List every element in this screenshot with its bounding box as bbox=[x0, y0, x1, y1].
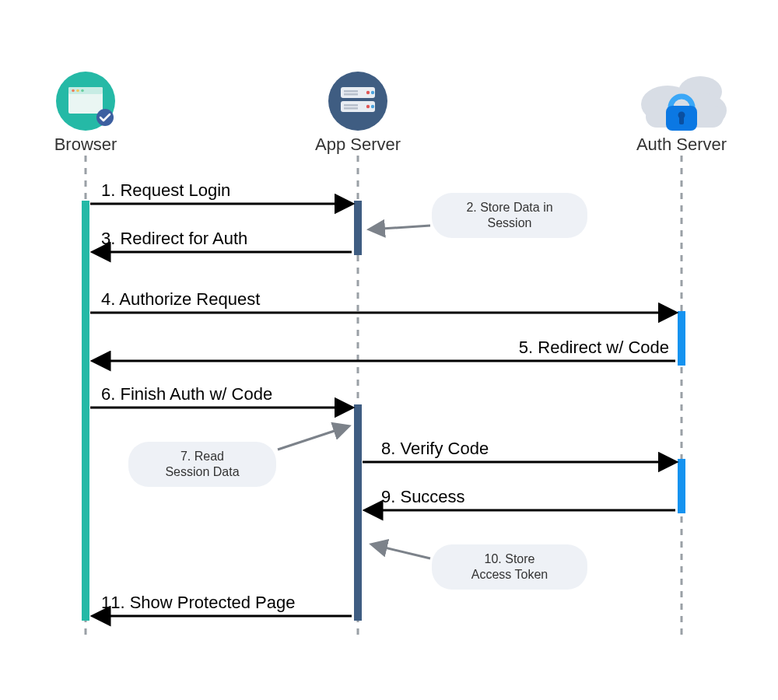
svg-text:3. Redirect for Auth: 3. Redirect for Auth bbox=[101, 229, 247, 248]
svg-rect-24 bbox=[679, 117, 684, 124]
svg-rect-8 bbox=[341, 87, 375, 98]
activation-app-2 bbox=[354, 404, 362, 621]
svg-text:9. Success: 9. Success bbox=[381, 487, 465, 506]
actor-browser-label: Browser bbox=[54, 135, 117, 154]
svg-text:11. Show Protected Page: 11. Show Protected Page bbox=[101, 593, 296, 612]
svg-point-5 bbox=[81, 89, 84, 93]
actor-app-label: App Server bbox=[315, 135, 401, 154]
svg-rect-16 bbox=[344, 104, 358, 107]
svg-point-6 bbox=[96, 109, 114, 126]
svg-point-3 bbox=[72, 89, 75, 93]
svg-point-12 bbox=[366, 105, 370, 108]
svg-text:6. Finish Auth w/ Code: 6. Finish Auth w/ Code bbox=[101, 384, 272, 404]
msg-1-request-login: 1. Request Login bbox=[90, 180, 352, 204]
svg-text:8. Verify Code: 8. Verify Code bbox=[381, 439, 489, 458]
msg-4-authorize: 4. Authorize Request bbox=[90, 289, 675, 313]
actor-auth-server: Auth Server bbox=[636, 76, 727, 154]
svg-point-11 bbox=[371, 91, 374, 94]
svg-point-10 bbox=[366, 91, 370, 94]
activation-auth-2 bbox=[678, 459, 685, 513]
msg-8-verify-code: 8. Verify Code bbox=[363, 439, 675, 462]
svg-text:Session Data: Session Data bbox=[165, 465, 239, 478]
svg-text:2. Store Data in: 2. Store Data in bbox=[466, 201, 552, 214]
svg-rect-14 bbox=[344, 90, 358, 93]
note-2-store-session: 2. Store Data in Session bbox=[370, 193, 587, 238]
svg-text:7. Read: 7. Read bbox=[180, 450, 224, 463]
svg-text:Access Token: Access Token bbox=[471, 568, 548, 581]
msg-5-redirect-code: 5. Redirect w/ Code bbox=[93, 338, 675, 361]
activation-app-1 bbox=[354, 201, 362, 255]
svg-rect-27 bbox=[432, 193, 587, 238]
svg-rect-9 bbox=[341, 101, 375, 112]
msg-11-show-page: 11. Show Protected Page bbox=[93, 593, 352, 616]
svg-rect-47 bbox=[432, 544, 587, 590]
svg-text:10. Store: 10. Store bbox=[485, 552, 535, 565]
actor-app-server: App Server bbox=[315, 72, 401, 154]
activation-browser bbox=[82, 201, 89, 621]
svg-text:1. Request Login: 1. Request Login bbox=[101, 180, 230, 200]
svg-point-4 bbox=[76, 89, 79, 93]
actor-browser: Browser bbox=[54, 72, 117, 154]
svg-rect-39 bbox=[128, 442, 276, 487]
note-10-store-token: 10. Store Access Token bbox=[372, 544, 587, 590]
svg-rect-15 bbox=[344, 93, 358, 96]
note-7-read-session: 7. Read Session Data bbox=[128, 426, 349, 487]
actor-auth-label: Auth Server bbox=[636, 135, 727, 154]
activation-auth-1 bbox=[678, 311, 685, 366]
svg-rect-17 bbox=[344, 107, 358, 110]
msg-9-success: 9. Success bbox=[366, 487, 675, 510]
svg-line-30 bbox=[370, 226, 430, 229]
svg-text:5. Redirect w/ Code: 5. Redirect w/ Code bbox=[519, 338, 669, 357]
msg-3-redirect-auth: 3. Redirect for Auth bbox=[93, 229, 352, 252]
svg-point-13 bbox=[371, 105, 374, 108]
svg-line-42 bbox=[278, 426, 349, 450]
svg-text:4. Authorize Request: 4. Authorize Request bbox=[101, 289, 260, 309]
sequence-diagram: Browser App Server Auth Server bbox=[0, 0, 778, 700]
svg-text:Session: Session bbox=[488, 216, 532, 229]
svg-line-50 bbox=[372, 544, 430, 558]
msg-6-finish-auth: 6. Finish Auth w/ Code bbox=[90, 384, 352, 408]
